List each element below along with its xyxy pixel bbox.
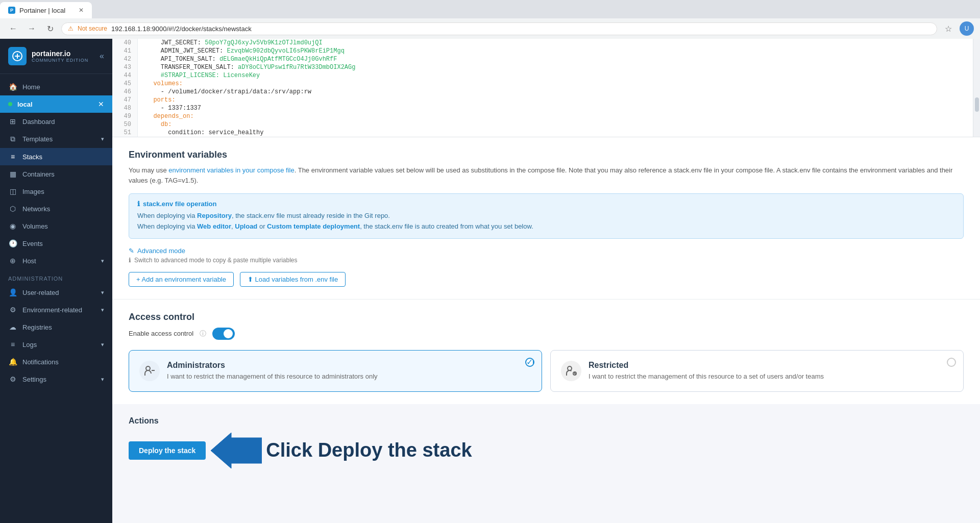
code-scrollbar[interactable]: [973, 39, 980, 137]
info-box-title: ℹ stack.env file operation: [137, 200, 955, 208]
back-button[interactable]: ←: [6, 21, 20, 36]
env-vars-link[interactable]: environment variables in your compose fi…: [168, 166, 294, 174]
chevron-down-icon: ▾: [101, 341, 104, 348]
web-editor-link[interactable]: Web editor: [197, 222, 231, 230]
upload-link[interactable]: Upload: [235, 222, 257, 230]
content-area: 40 JWT_SECRET: 50poY7gQJ6xyJv5Vb9K1zOTJl…: [112, 39, 980, 523]
actions-title: Actions: [129, 416, 964, 426]
code-line-51: 51 condition: service_healthy: [112, 129, 973, 137]
administrators-card[interactable]: Administrators I want to restrict the ma…: [129, 350, 542, 392]
deploy-annotation: Deploy the stack Click Deploy the stack: [129, 433, 964, 468]
access-control-label: Enable access control: [129, 330, 193, 337]
sidebar-item-images[interactable]: ◫ Images: [0, 183, 112, 200]
sidebar-item-label: Settings: [22, 376, 46, 383]
sidebar-item-label: Containers: [22, 170, 55, 178]
templates-icon: ⧉: [8, 135, 17, 143]
portainer-favicon: P: [8, 7, 15, 14]
sidebar-item-containers[interactable]: ▦ Containers: [0, 165, 112, 183]
info-circle-icon: ℹ: [129, 257, 131, 264]
sidebar-item-label: Notifications: [22, 358, 59, 366]
sidebar-item-notifications[interactable]: 🔔 Notifications: [0, 353, 112, 370]
sidebar-navigation: 🏠 Home local ✕ ⊞ Dashboard ⧉ Templates ▾: [0, 74, 112, 523]
advanced-mode-link[interactable]: ✎ Advanced mode: [129, 247, 964, 255]
logs-icon: ≡: [8, 340, 17, 348]
edit-icon: ✎: [129, 247, 134, 255]
lock-icon: ⚠: [68, 25, 74, 32]
host-icon: ⊕: [8, 257, 17, 265]
images-icon: ◫: [8, 187, 17, 195]
sidebar-item-label: Host: [22, 257, 36, 265]
forward-button[interactable]: →: [24, 21, 39, 36]
stackenv-info-box: ℹ stack.env file operation When deployin…: [129, 193, 964, 239]
restricted-card[interactable]: Restricted I want to restrict the manage…: [550, 350, 964, 392]
custom-template-link[interactable]: Custom template deployment: [267, 222, 360, 230]
env-close-icon[interactable]: ✕: [98, 100, 104, 108]
settings-icon: ⚙: [8, 375, 17, 383]
profile-avatar[interactable]: U: [960, 21, 974, 36]
sidebar-item-dashboard[interactable]: ⊞ Dashboard: [0, 113, 112, 130]
code-line-41: 41 ADMIN_JWT_SECRET: EzvqbWc902dbQyvoLI6…: [112, 47, 973, 55]
deploy-stack-button[interactable]: Deploy the stack: [129, 441, 206, 460]
bookmark-button[interactable]: ☆: [941, 21, 955, 36]
code-line-45: 45 volumes:: [112, 80, 973, 88]
env-desc-start: You may use: [129, 166, 168, 174]
main-content: 40 JWT_SECRET: 50poY7gQJ6xyJv5Vb9K1zOTJl…: [112, 39, 980, 523]
restricted-card-icon: [561, 361, 581, 381]
radio-check-icon: ✓: [526, 357, 533, 367]
env-name: local: [17, 101, 33, 108]
sidebar-item-logs[interactable]: ≡ Logs ▾: [0, 336, 112, 353]
deploy-arrow-icon: [211, 433, 262, 468]
browser-controls: ← → ↻ ⚠ Not secure 192.168.1.18:9000/#!/…: [0, 18, 980, 39]
sidebar-item-registries[interactable]: ☁ Registries: [0, 318, 112, 336]
sidebar-item-settings[interactable]: ⚙ Settings ▾: [0, 370, 112, 388]
code-line-47: 47 ports:: [112, 96, 973, 104]
collapse-sidebar-button[interactable]: «: [100, 52, 104, 61]
chevron-down-icon: ▾: [101, 376, 104, 383]
sidebar-item-templates[interactable]: ⧉ Templates ▾: [0, 130, 112, 148]
sidebar-item-volumes[interactable]: ◉ Volumes: [0, 217, 112, 235]
repository-link[interactable]: Repository: [197, 212, 232, 219]
access-control-toggle[interactable]: [212, 328, 235, 340]
svg-point-4: [568, 366, 572, 370]
logo-name: portainer.io: [32, 49, 88, 58]
volumes-icon: ◉: [8, 222, 17, 230]
stacks-icon: ≡: [8, 153, 17, 161]
svg-marker-6: [211, 433, 262, 468]
env-vars-desc: You may use environment variables in you…: [129, 165, 964, 185]
address-bar[interactable]: ⚠ Not secure 192.168.1.18:9000/#!/2/dock…: [61, 22, 937, 35]
env-var-buttons: + Add an environment variable ⬆ Load var…: [129, 272, 964, 287]
chevron-down-icon: ▾: [101, 136, 104, 142]
sidebar-env-local[interactable]: local ✕: [0, 95, 112, 113]
admin-card-title: Administrators: [167, 361, 531, 370]
deploy-click-text: Click Deploy the stack: [266, 439, 472, 461]
dashboard-icon: ⊞: [8, 117, 17, 126]
code-line-44: 44 #STRAPI_LICENSE: LicenseKey: [112, 71, 973, 80]
sidebar-item-environment-related[interactable]: ⚙ Environment-related ▾: [0, 301, 112, 318]
admin-card-radio[interactable]: ✓: [525, 358, 534, 367]
sidebar-item-label: Volumes: [22, 222, 48, 230]
reload-button[interactable]: ↻: [43, 21, 57, 36]
load-env-file-button[interactable]: ⬆ Load variables from .env file: [240, 272, 346, 287]
enable-access-control-row: Enable access control ⓘ: [129, 328, 964, 340]
mode-hint: ℹ Switch to advanced mode to copy & past…: [129, 257, 964, 264]
sidebar-item-user-related[interactable]: 👤 User-related ▾: [0, 284, 112, 301]
access-control-title: Access control: [129, 312, 964, 322]
sidebar-item-label: Images: [22, 188, 44, 195]
admin-card-desc: I want to restrict the management of thi…: [167, 372, 531, 381]
access-cards-container: Administrators I want to restrict the ma…: [129, 350, 964, 392]
restricted-card-radio[interactable]: [947, 358, 956, 367]
sidebar-item-networks[interactable]: ⬡ Networks: [0, 200, 112, 217]
sidebar-item-host[interactable]: ⊕ Host ▾: [0, 252, 112, 269]
close-tab-icon[interactable]: ✕: [79, 7, 84, 14]
scroll-thumb: [975, 97, 979, 112]
sidebar-item-home[interactable]: 🏠 Home: [0, 78, 112, 95]
code-line-46: 46 - /volume1/docker/strapi/data:/srv/ap…: [112, 88, 973, 96]
info-icon: ℹ: [137, 200, 140, 208]
code-editor-area: 40 JWT_SECRET: 50poY7gQJ6xyJv5Vb9K1zOTJl…: [112, 39, 980, 137]
add-env-var-button[interactable]: + Add an environment variable: [129, 272, 234, 287]
sidebar-item-events[interactable]: 🕐 Events: [0, 235, 112, 252]
sidebar-item-stacks[interactable]: ≡ Stacks: [0, 148, 112, 165]
sidebar-item-label: User-related: [22, 289, 59, 296]
browser-tab[interactable]: P Portainer | local ✕: [0, 2, 92, 18]
env-status-dot: [8, 102, 12, 106]
